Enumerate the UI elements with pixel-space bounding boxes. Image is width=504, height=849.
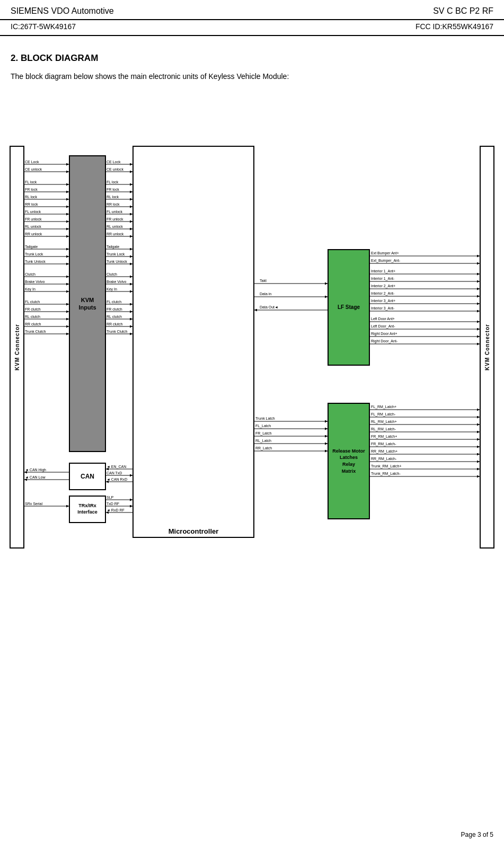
svg-text:Tunk Unlock: Tunk Unlock xyxy=(107,260,127,263)
kvm-inputs-label: KVMInputs xyxy=(79,296,96,312)
svg-text:RR_RM_Latch-: RR_RM_Latch- xyxy=(371,457,397,461)
svg-text:Data in: Data in xyxy=(260,292,271,296)
trx-block: TRx/IRxInterface xyxy=(69,496,106,523)
svg-text:Trunk Latch: Trunk Latch xyxy=(255,417,275,420)
svg-text:FR  clutch: FR clutch xyxy=(107,307,122,311)
svg-text:Interior 3_Ant-: Interior 3_Ant- xyxy=(371,306,395,311)
kvm-inputs-block: KVMInputs xyxy=(69,155,106,452)
can-block: CAN xyxy=(69,463,106,490)
svg-text:RR clutch: RR clutch xyxy=(25,322,41,326)
svg-text:Interior 1_Ant+: Interior 1_Ant+ xyxy=(371,269,395,273)
svg-text:RR unlock: RR unlock xyxy=(25,232,42,236)
svg-text:Interior 2_Ant+: Interior 2_Ant+ xyxy=(371,284,395,288)
svg-text:Left Door_Ant-: Left Door_Ant- xyxy=(371,324,395,329)
svg-text:Trunk Clutch: Trunk Clutch xyxy=(107,330,128,333)
svg-text:Trunk_RM_Latch-: Trunk_RM_Latch- xyxy=(371,472,401,476)
section-title: 2. BLOCK DIAGRAM xyxy=(11,53,493,64)
svg-text:FL lock: FL lock xyxy=(25,180,37,184)
svg-text:Clutch: Clutch xyxy=(107,272,117,276)
model-name: SV C BC P2 RF xyxy=(433,6,493,16)
svg-text:Trunk_RM_Latch+: Trunk_RM_Latch+ xyxy=(371,464,402,468)
svg-text:Clutch: Clutch xyxy=(25,272,36,276)
svg-text:FR lock: FR lock xyxy=(107,188,119,191)
svg-text:FR_Latch: FR_Latch xyxy=(255,431,271,436)
svg-text:FL_RM_Latch+: FL_RM_Latch+ xyxy=(371,405,396,409)
svg-text:Tunk Unlock: Tunk Unlock xyxy=(25,260,46,263)
microcontroller-block xyxy=(132,146,254,538)
svg-text:CAN TxD: CAN TxD xyxy=(107,471,122,475)
header-sub: IC:267T-5WK49167 FCC ID:KR55WK49167 xyxy=(0,20,504,36)
svg-text:FL lock: FL lock xyxy=(107,180,119,184)
svg-text:RL unlock: RL unlock xyxy=(107,225,123,228)
section-description: The block diagram below shows the main e… xyxy=(11,71,493,82)
can-label: CAN xyxy=(81,473,94,480)
svg-text:Ext  Bumper  Ant+: Ext Bumper Ant+ xyxy=(371,251,399,255)
svg-text:FL clutch: FL clutch xyxy=(25,300,40,304)
ic-number: IC:267T-5WK49167 xyxy=(11,22,76,31)
svg-text:RL_Latch: RL_Latch xyxy=(255,439,271,443)
svg-text:Right Door  Ant+: Right Door Ant+ xyxy=(371,332,397,336)
relay-label: Release MotorLatchesRelayMatrix xyxy=(332,448,365,474)
page-header: SIEMENS VDO Automotive SV C BC P2 RF xyxy=(0,0,504,20)
svg-text:FR_RM_Latch-: FR_RM_Latch- xyxy=(371,442,396,446)
kvm-right-label: KVM Connector xyxy=(484,324,490,370)
kvm-right-connector: KVM Connector xyxy=(480,146,494,549)
kvm-left-label: KVM Connector xyxy=(14,324,20,370)
svg-text:RR clutch: RR clutch xyxy=(107,322,122,326)
svg-text:SRx Serial: SRx Serial xyxy=(25,502,43,506)
svg-text:RL unlock: RL unlock xyxy=(25,225,41,228)
svg-text:FL_Latch: FL_Latch xyxy=(255,424,271,428)
svg-text:◄ CAN Low: ◄ CAN Low xyxy=(25,475,46,479)
svg-text:Takt: Takt xyxy=(260,279,267,282)
svg-text:Ext_Bumper_Ant-: Ext_Bumper_Ant- xyxy=(371,259,401,263)
svg-text:Right Door_Ant-: Right Door_Ant- xyxy=(371,339,398,343)
svg-text:FR lock: FR lock xyxy=(25,188,38,191)
svg-text:Key In: Key In xyxy=(107,287,117,291)
svg-text:FR clutch: FR clutch xyxy=(25,307,41,311)
svg-text:◄ CAN RxD: ◄ CAN RxD xyxy=(107,477,127,481)
svg-text:Brake Volvo: Brake Volvo xyxy=(107,280,126,284)
svg-text:RL lock: RL lock xyxy=(25,195,38,199)
svg-text:CE unlock: CE unlock xyxy=(107,167,123,171)
svg-text:RR unlock: RR unlock xyxy=(107,232,124,236)
svg-text:RL_RM_Latch-: RL_RM_Latch- xyxy=(371,427,396,431)
svg-text:FL unlock: FL unlock xyxy=(25,210,41,214)
svg-text:Key In: Key In xyxy=(25,287,36,291)
block-diagram: KVM Connector KVM Connector KVMInputs CA… xyxy=(0,93,504,676)
svg-text:CE unlock: CE unlock xyxy=(25,167,42,171)
svg-text:Interior 3_Ant+: Interior 3_Ant+ xyxy=(371,299,395,303)
svg-text:CE Lock: CE Lock xyxy=(25,160,39,164)
lf-stage-label: LF Stage xyxy=(338,304,360,311)
svg-text:Trunk Clutch: Trunk Clutch xyxy=(25,330,46,333)
svg-text:Data Out◄: Data Out◄ xyxy=(260,305,278,309)
svg-text:FL clutch: FL clutch xyxy=(107,300,121,304)
svg-text:RR_Latch: RR_Latch xyxy=(255,446,272,450)
svg-text:Brake Volvo: Brake Volvo xyxy=(25,280,45,284)
svg-text:FR_RM_Latch+: FR_RM_Latch+ xyxy=(371,435,397,439)
svg-text:SLP: SLP xyxy=(107,496,114,499)
svg-text:RL_RM_Latch+: RL_RM_Latch+ xyxy=(371,420,397,424)
page-footer: Page 3 of 5 xyxy=(461,831,493,838)
svg-text:RR lock: RR lock xyxy=(25,202,38,206)
svg-text:Interior 2_Ant-: Interior 2_Ant- xyxy=(371,291,395,296)
svg-text:◄ RxD RF: ◄ RxD RF xyxy=(107,508,125,512)
svg-text:Trunk Lock: Trunk Lock xyxy=(25,252,43,256)
kvm-left-connector: KVM Connector xyxy=(10,146,24,549)
page-number: Page 3 of 5 xyxy=(461,831,493,838)
svg-text:FR unlock: FR unlock xyxy=(107,217,123,221)
svg-text:TxD RF: TxD RF xyxy=(107,502,119,506)
svg-text:Tailgate: Tailgate xyxy=(107,245,119,249)
svg-text:◄ EN_CAN: ◄ EN_CAN xyxy=(107,465,126,469)
svg-text:RL clutch: RL clutch xyxy=(25,315,40,319)
svg-text:RR_RM_Latch+: RR_RM_Latch+ xyxy=(371,449,397,454)
svg-text:CE Lock: CE Lock xyxy=(107,160,121,164)
svg-text:Tailgate: Tailgate xyxy=(25,245,38,249)
svg-text:Interior 1_Ant-: Interior 1_Ant- xyxy=(371,277,395,281)
company-name: SIEMENS VDO Automotive xyxy=(11,6,114,16)
svg-text:RR lock: RR lock xyxy=(107,202,120,206)
trx-label: TRx/IRxInterface xyxy=(77,503,98,515)
fcc-id: FCC ID:KR55WK49167 xyxy=(415,22,493,31)
svg-text:FL_RM_Latch-: FL_RM_Latch- xyxy=(371,412,396,417)
lf-stage-block: LF Stage xyxy=(328,249,370,366)
svg-text:FL unlock: FL unlock xyxy=(107,210,123,214)
